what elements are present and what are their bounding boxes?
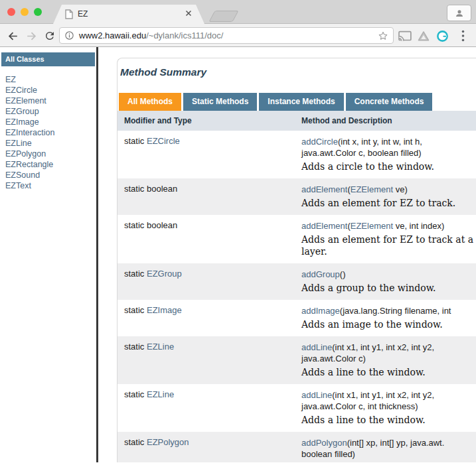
sidebar-item-ezsound[interactable]: EZSound [5,170,96,180]
all-classes-sidebar: All Classes EZEZCircleEZElementEZGroupEZ… [0,47,96,462]
table-row: static EZLineaddLine(int x1, int y1, int… [118,384,476,432]
person-icon [454,8,465,19]
method-description: Adds an image to the window. [301,318,476,330]
type-link[interactable]: EZLine [147,389,174,399]
signature-text: ve, int index) [393,221,444,231]
method-link[interactable]: addGroup [301,269,340,279]
method-signature: addImage(java.lang.String filename, int [301,305,476,316]
signature-text: () [340,269,346,279]
modifier-text: static [124,437,147,447]
bookmark-star-icon[interactable] [378,31,388,41]
table-row: static EZImageaddImage(java.lang.String … [118,300,476,336]
url-path: /~dylank/ics111/doc/ [146,31,223,40]
col-header-modifier: Modifier and Type [118,111,295,131]
table-row: static EZCircleaddCircle(int x, int y, i… [118,131,476,178]
type-link[interactable]: EZImage [147,305,182,315]
menu-dots-icon[interactable] [456,29,469,42]
type-link[interactable]: EZLine [147,342,174,352]
browser-toolbar: www2.hawaii.edu/~dylank/ics111/doc/ [0,24,476,47]
sidebar-item-ezcircle[interactable]: EZCircle [5,85,96,96]
method-description: Adds a line to the window. [301,414,476,426]
table-header-row: Modifier and Type Method and Description [118,111,476,131]
grammarly-extension-icon[interactable] [436,29,449,42]
modifier-text: static [124,389,147,399]
tab-title: EZ [78,9,88,19]
modifier-text: static [124,269,147,279]
modifier-text: static [124,136,147,146]
content-frame: Method Summary All MethodsStatic Methods… [98,47,476,462]
method-link[interactable]: addLine [301,390,332,400]
sidebar-item-ezpolygon[interactable]: EZPolygon [5,149,96,159]
reload-button[interactable] [43,29,56,42]
method-description: Adds a group to the window. [301,282,476,294]
method-signature: addElement(EZElement ve) [301,184,476,195]
browser-tab[interactable]: EZ [53,5,204,24]
tab-close-icon[interactable] [185,10,192,17]
method-signature: addLine(int x1, int y1, int x2, int y2, … [301,342,476,364]
method-description: Adds a circle to the window. [301,161,476,172]
tab-instance-methods[interactable]: Instance Methods [259,93,343,111]
method-description: Adds a line to the window. [301,366,476,378]
cast-icon[interactable] [398,29,412,42]
drive-extension-icon[interactable] [417,29,430,42]
new-tab-button[interactable] [208,11,238,22]
table-row: static EZPolygonaddPolygon(int[] xp, int… [118,432,476,462]
method-link[interactable]: addElement [301,184,347,194]
signature-text: (java.lang.String filename, int [340,306,451,316]
modifier-text: static [124,184,147,194]
method-link[interactable]: addPolygon [301,438,347,448]
sidebar-item-ez[interactable]: EZ [5,74,96,85]
page-info-icon[interactable] [64,31,74,40]
type-link[interactable]: EZPolygon [147,437,189,447]
sidebar-item-eztext[interactable]: EZText [5,180,96,191]
table-row: static booleanaddElement(EZElement ve, i… [118,215,476,263]
sidebar-item-ezline[interactable]: EZLine [5,138,96,149]
method-summary-table: Modifier and Type Method and Description… [118,111,476,462]
type-link[interactable]: EZElement [351,184,393,194]
tab-concrete-methods[interactable]: Concrete Methods [346,93,433,111]
table-row: static booleanaddElement(EZElement ve)Ad… [118,178,476,215]
class-list: EZEZCircleEZElementEZGroupEZImageEZInter… [0,74,96,191]
close-window-button[interactable] [7,8,15,16]
url-host: www2.hawaii.edu [79,31,146,40]
method-link[interactable]: addLine [301,342,332,352]
back-button[interactable] [6,29,19,42]
modifier-text: static [124,220,147,230]
minimize-window-button[interactable] [21,8,29,16]
page-area: All Classes EZEZCircleEZElementEZGroupEZ… [0,47,476,462]
sidebar-item-ezinteraction[interactable]: EZInteraction [5,127,96,138]
modifier-text: static [124,342,147,352]
method-description: Adds an element for EZ to track at a spe… [301,233,476,257]
method-summary-section: Method Summary All MethodsStatic Methods… [117,58,476,462]
summary-tabs: All MethodsStatic MethodsInstance Method… [119,93,476,111]
method-link[interactable]: addImage [301,306,340,316]
page-title: Method Summary [120,66,476,78]
address-bar[interactable]: www2.hawaii.edu/~dylank/ics111/doc/ [59,27,394,44]
window-titlebar: EZ [0,0,476,24]
type-link[interactable]: EZGroup [147,269,182,279]
forward-button[interactable] [25,29,38,42]
sidebar-item-ezimage[interactable]: EZImage [5,117,96,127]
profile-avatar-button[interactable] [447,5,471,21]
url-text: www2.hawaii.edu/~dylank/ics111/doc/ [79,28,223,43]
method-signature: addElement(EZElement ve, int index) [301,220,476,232]
method-signature: addGroup() [301,269,476,280]
table-body: static EZCircleaddCircle(int x, int y, i… [118,131,476,462]
type-link[interactable]: EZElement [351,221,393,231]
type-text: boolean [147,220,177,230]
sidebar-header: All Classes [1,52,95,66]
zoom-window-button[interactable] [34,8,42,16]
tab-all-methods[interactable]: All Methods [119,93,181,111]
type-link[interactable]: EZCircle [147,136,180,146]
method-link[interactable]: addElement [301,221,347,231]
sidebar-item-ezgroup[interactable]: EZGroup [5,106,96,117]
sidebar-item-ezrectangle[interactable]: EZRectangle [5,159,96,170]
signature-text: ve) [393,184,408,194]
page-favicon-icon [65,9,73,19]
modifier-text: static [124,305,147,315]
method-link[interactable]: addCircle [301,137,338,147]
col-header-method: Method and Description [295,111,476,131]
sidebar-item-ezelement[interactable]: EZElement [5,96,96,106]
tab-static-methods[interactable]: Static Methods [183,93,257,111]
type-text: boolean [147,184,177,194]
